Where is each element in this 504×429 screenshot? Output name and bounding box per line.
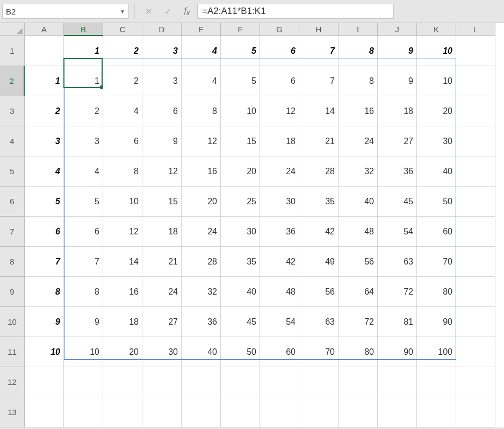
- cell-L13[interactable]: [456, 397, 495, 427]
- cell-G1[interactable]: 6: [260, 36, 299, 66]
- cell-H5[interactable]: 28: [299, 156, 339, 187]
- cell-H11[interactable]: 70: [299, 337, 339, 367]
- column-header-F[interactable]: F: [221, 23, 260, 36]
- column-header-B[interactable]: B: [64, 23, 103, 36]
- cell-H4[interactable]: 21: [299, 126, 339, 156]
- cell-B2[interactable]: 1: [64, 66, 103, 96]
- cell-D10[interactable]: 27: [142, 307, 182, 337]
- cell-A1[interactable]: [25, 36, 64, 66]
- cell-G12[interactable]: [260, 367, 299, 397]
- row-header-11[interactable]: 11: [0, 337, 25, 367]
- cell-B8[interactable]: 7: [64, 247, 103, 277]
- cell-L2[interactable]: [456, 66, 495, 96]
- column-header-A[interactable]: A: [25, 23, 64, 36]
- cell-K12[interactable]: [417, 367, 456, 397]
- cell-L3[interactable]: [456, 96, 495, 126]
- cell-B12[interactable]: [64, 367, 103, 397]
- column-header-G[interactable]: G: [260, 23, 299, 36]
- column-header-D[interactable]: D: [142, 23, 182, 36]
- cell-C13[interactable]: [103, 397, 142, 427]
- cell-D6[interactable]: 15: [142, 187, 182, 217]
- cell-F11[interactable]: 50: [221, 337, 260, 367]
- cell-J2[interactable]: 9: [378, 66, 417, 96]
- cell-F6[interactable]: 25: [221, 187, 260, 217]
- cell-G6[interactable]: 30: [260, 187, 299, 217]
- cell-H9[interactable]: 56: [299, 277, 339, 307]
- cell-B1[interactable]: 1: [64, 36, 103, 66]
- cell-K1[interactable]: 10: [417, 36, 456, 66]
- cancel-icon[interactable]: ✕: [143, 6, 153, 17]
- cell-L5[interactable]: [456, 156, 495, 187]
- row-header-3[interactable]: 3: [0, 96, 25, 126]
- cell-D1[interactable]: 3: [142, 36, 182, 66]
- column-header-K[interactable]: K: [417, 23, 456, 36]
- row-header-2[interactable]: 2: [0, 66, 25, 96]
- cell-C4[interactable]: 6: [103, 126, 142, 156]
- cell-K2[interactable]: 10: [417, 66, 456, 96]
- cell-A2[interactable]: 1: [25, 66, 64, 96]
- cell-B4[interactable]: 3: [64, 126, 103, 156]
- cell-B11[interactable]: 10: [64, 337, 103, 367]
- cell-C1[interactable]: 2: [103, 36, 142, 66]
- cell-I10[interactable]: 72: [339, 307, 378, 337]
- cell-B6[interactable]: 5: [64, 187, 103, 217]
- cell-I11[interactable]: 80: [339, 337, 378, 367]
- cell-E5[interactable]: 16: [182, 156, 221, 187]
- cell-F8[interactable]: 35: [221, 247, 260, 277]
- cell-J9[interactable]: 72: [378, 277, 417, 307]
- cell-D13[interactable]: [142, 397, 182, 427]
- name-box[interactable]: B2 ▼: [2, 4, 129, 19]
- cell-I13[interactable]: [339, 397, 378, 427]
- cell-J7[interactable]: 54: [378, 217, 417, 247]
- cell-B5[interactable]: 4: [64, 156, 103, 187]
- cell-F2[interactable]: 5: [221, 66, 260, 96]
- cell-G8[interactable]: 42: [260, 247, 299, 277]
- cell-J11[interactable]: 90: [378, 337, 417, 367]
- column-header-I[interactable]: I: [339, 23, 378, 36]
- cell-G2[interactable]: 6: [260, 66, 299, 96]
- cell-F10[interactable]: 45: [221, 307, 260, 337]
- spreadsheet-grid[interactable]: ABCDEFGHIJKL 112345678910211234567891032…: [0, 23, 504, 427]
- cell-A11[interactable]: 10: [25, 337, 64, 367]
- cell-A6[interactable]: 5: [25, 187, 64, 217]
- cell-K4[interactable]: 30: [417, 126, 456, 156]
- cell-A5[interactable]: 4: [25, 156, 64, 187]
- cell-D8[interactable]: 21: [142, 247, 182, 277]
- cell-F12[interactable]: [221, 367, 260, 397]
- cell-H7[interactable]: 42: [299, 217, 339, 247]
- cell-J3[interactable]: 18: [378, 96, 417, 126]
- cell-C7[interactable]: 12: [103, 217, 142, 247]
- cell-E6[interactable]: 20: [182, 187, 221, 217]
- cell-D7[interactable]: 18: [142, 217, 182, 247]
- cell-B7[interactable]: 6: [64, 217, 103, 247]
- cell-G11[interactable]: 60: [260, 337, 299, 367]
- row-header-12[interactable]: 12: [0, 367, 25, 397]
- cell-C10[interactable]: 18: [103, 307, 142, 337]
- cell-C8[interactable]: 14: [103, 247, 142, 277]
- row-header-13[interactable]: 13: [0, 397, 25, 427]
- cell-L4[interactable]: [456, 126, 495, 156]
- cell-G9[interactable]: 48: [260, 277, 299, 307]
- cell-I12[interactable]: [339, 367, 378, 397]
- cell-G10[interactable]: 54: [260, 307, 299, 337]
- cell-C2[interactable]: 2: [103, 66, 142, 96]
- cell-E3[interactable]: 8: [182, 96, 221, 126]
- cell-J1[interactable]: 9: [378, 36, 417, 66]
- cell-J5[interactable]: 36: [378, 156, 417, 187]
- enter-icon[interactable]: ✓: [163, 6, 172, 17]
- cell-D5[interactable]: 12: [142, 156, 182, 187]
- cell-I3[interactable]: 16: [339, 96, 378, 126]
- select-all-corner[interactable]: [0, 23, 25, 36]
- cell-K9[interactable]: 80: [417, 277, 456, 307]
- cell-A12[interactable]: [25, 367, 64, 397]
- cell-A3[interactable]: 2: [25, 96, 64, 126]
- cell-B10[interactable]: 9: [64, 307, 103, 337]
- cell-L6[interactable]: [456, 187, 495, 217]
- cell-G13[interactable]: [260, 397, 299, 427]
- cell-C12[interactable]: [103, 367, 142, 397]
- cell-E13[interactable]: [182, 397, 221, 427]
- cell-K8[interactable]: 70: [417, 247, 456, 277]
- cell-J13[interactable]: [378, 397, 417, 427]
- cell-F7[interactable]: 30: [221, 217, 260, 247]
- cell-E8[interactable]: 28: [182, 247, 221, 277]
